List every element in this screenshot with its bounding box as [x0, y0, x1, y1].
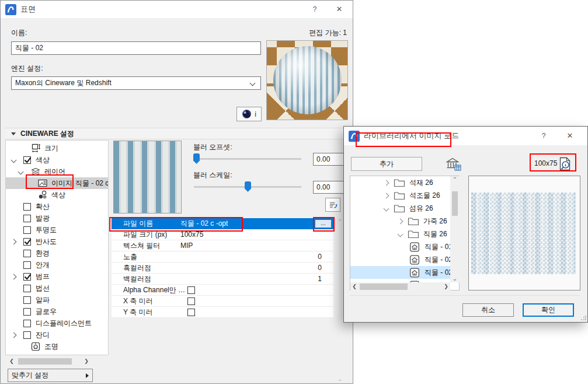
scroll-down-icon[interactable]: ⌄ [338, 376, 342, 383]
blur-offset-value[interactable]: 0.00 [313, 153, 348, 166]
library-manager-button[interactable] [444, 156, 462, 172]
library-tree-row[interactable]: 직물 26 [350, 228, 450, 240]
channel-tree-row[interactable]: 조명 [6, 341, 108, 352]
library-tree-row[interactable]: 직물 - 01 c [350, 240, 450, 253]
channel-checkbox[interactable] [23, 156, 31, 164]
name-label: 이름: [11, 28, 27, 38]
close-button[interactable]: ✕ [560, 127, 580, 145]
property-row[interactable]: X 축 미러 [112, 296, 333, 307]
channel-checkbox[interactable] [23, 331, 31, 339]
browse-file-button[interactable]: ... [315, 219, 332, 228]
channel-checkbox[interactable] [23, 261, 31, 269]
scroll-left-icon[interactable]: ❮ [8, 358, 16, 365]
checkmark-icon [23, 272, 32, 281]
channel-checkbox[interactable] [23, 285, 31, 292]
resize-grip[interactable] [580, 315, 586, 321]
channel-tree-row[interactable]: 레이어 [6, 166, 108, 177]
channel-tree-row[interactable]: 알파 [6, 294, 108, 306]
scroll-left-icon[interactable]: ❮ [350, 283, 359, 290]
channel-checkbox[interactable] [23, 203, 31, 211]
blur-scale-slider-thumb[interactable] [245, 181, 251, 192]
property-checkbox[interactable] [187, 286, 195, 294]
cineware-info-button[interactable]: i [236, 107, 262, 121]
blur-scale-value[interactable]: 0.00 [313, 181, 348, 194]
scroll-right-icon[interactable]: ❯ [82, 358, 91, 365]
library-tree-row[interactable]: 직물 - 02 c [350, 266, 450, 279]
channel-checkbox[interactable] [23, 273, 31, 281]
channel-tree-row[interactable]: 디스플레이스먼트 [6, 317, 108, 329]
scroll-up-icon[interactable]: ⌃ [453, 176, 457, 183]
library-hscrollbar[interactable]: ❮ ❯ [350, 282, 450, 290]
channel-tree-row[interactable]: 잔디 [6, 329, 108, 341]
preview-info-button[interactable] [556, 156, 574, 172]
blur-offset-slider[interactable] [194, 158, 301, 160]
channel-checkbox[interactable] [23, 250, 31, 257]
scroll-up-icon[interactable]: ⌃ [338, 218, 342, 225]
channel-tree-row[interactable]: 안개 [6, 259, 108, 271]
expander-down-icon [11, 157, 17, 163]
channel-tree-row[interactable]: 확산 [6, 201, 108, 212]
color-dots-icon [37, 190, 48, 200]
help-button[interactable]: ? [534, 127, 554, 145]
property-checkbox[interactable] [187, 298, 195, 305]
library-tree-row[interactable]: 직물 - 02 al [350, 253, 450, 266]
channel-tree-row[interactable]: 범프 [6, 271, 108, 282]
channel-checkbox[interactable] [23, 320, 31, 327]
channel-label: 크기 [44, 144, 58, 153]
property-row[interactable]: Y 축 미러 [112, 307, 333, 318]
cancel-button[interactable]: 취소 [462, 303, 514, 317]
surface-dialog-titlebar[interactable]: 표면 ? ✕ [1, 1, 353, 18]
property-row[interactable]: Alpha Channel만 … [112, 285, 333, 296]
property-value: 직물 - 02 c -opt [180, 218, 228, 229]
library-tree-row[interactable]: 가죽 26 [350, 215, 450, 228]
scroll-right-icon[interactable]: ❯ [442, 283, 450, 290]
property-row[interactable]: 파일 크기 (px) 100x75 [112, 229, 333, 240]
add-button[interactable]: 추가 [351, 157, 422, 171]
library-tree-row[interactable]: 섬유 26 [350, 202, 450, 215]
fit-settings-button[interactable]: 맞추기 설정 [8, 369, 93, 382]
library-dialog-titlebar[interactable]: 라이브러리에서 이미지 로드 ? ✕ [344, 127, 587, 145]
blur-offset-slider-thumb[interactable] [193, 153, 200, 164]
channel-tree-row[interactable]: 색상 [6, 154, 108, 166]
library-tree-row[interactable]: 석재 26 [350, 176, 450, 189]
channel-checkbox[interactable] [23, 238, 31, 246]
channel-checkbox[interactable] [23, 226, 31, 234]
ok-button[interactable]: 확인 [523, 303, 574, 317]
channel-label: 안개 [36, 260, 50, 270]
edit-shader-button[interactable] [325, 198, 340, 212]
property-checkbox[interactable] [187, 309, 195, 316]
scroll-down-icon[interactable]: ⌄ [453, 275, 457, 282]
folder-icon [394, 204, 405, 214]
property-row[interactable]: 백컬러점 1 [112, 274, 333, 285]
channel-tree-row[interactable]: 환경 [6, 247, 108, 259]
library-hscrollbar-thumb[interactable] [360, 284, 408, 290]
channel-label: 투명도 [36, 225, 57, 235]
tree-hscrollbar-thumb[interactable] [18, 358, 72, 365]
library-vscrollbar-thumb[interactable] [452, 191, 458, 216]
property-row[interactable]: 흑컬러점 0 [112, 262, 333, 274]
library-vscrollbar[interactable]: ⌃ ⌄ [450, 176, 460, 282]
channel-tree-row[interactable]: 반사도 [6, 236, 108, 247]
channel-tree-row[interactable]: 투명도 [6, 224, 108, 236]
folder-icon [408, 216, 419, 226]
cinema4d-icon [242, 109, 252, 119]
property-row[interactable]: 파일 이름 직물 - 02 c -opt ... [112, 218, 333, 229]
channel-checkbox[interactable] [23, 296, 31, 304]
channel-tree-row[interactable]: 발광 [6, 212, 108, 224]
cineware-section-header[interactable]: CINEWARE 설정 [5, 128, 349, 139]
engine-select[interactable]: Maxon의 Cineware 및 Redshift [11, 76, 261, 90]
channel-tree-row[interactable]: 색상 [6, 189, 108, 201]
channel-tree-row[interactable]: 글로우 [6, 306, 108, 317]
library-tree-row[interactable]: 석조물 26 [350, 189, 450, 202]
property-row[interactable]: 노출 0 [112, 251, 333, 262]
surface-name-input[interactable]: 직물 - 02 [11, 41, 261, 55]
channel-checkbox[interactable] [23, 215, 31, 222]
tree-hscrollbar[interactable]: ❮ ❯ [8, 358, 91, 365]
channel-checkbox[interactable] [23, 308, 31, 316]
close-button[interactable]: ✕ [329, 1, 349, 18]
channel-tree-row[interactable]: 크기 [6, 142, 108, 154]
property-row[interactable]: 텍스쳐 필터 MIP [112, 240, 333, 251]
channel-tree-row[interactable]: 법선 [6, 282, 108, 294]
help-button[interactable]: ? [305, 1, 325, 18]
channel-tree-row[interactable]: 이미지 직물 - 02 c [6, 177, 108, 189]
